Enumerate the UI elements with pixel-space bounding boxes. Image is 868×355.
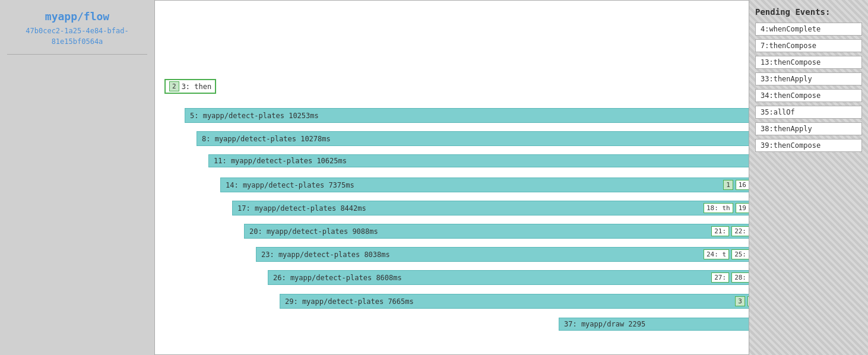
node-16-badge: 16 (736, 180, 749, 190)
node-11-label: 11: myapp/detect-plates 10625ms (214, 157, 749, 165)
node-8-label: 8: myapp/detect-plates 10278ms (202, 135, 749, 143)
node-37[interactable]: 37: myapp/draw 2295 (559, 318, 749, 331)
pending-event-3[interactable]: 33:thenApply (755, 72, 862, 85)
node-23[interactable]: 23: myapp/detect-plates 8038ms 24: t 25: (256, 247, 749, 262)
right-panel: Pending Events: 4:whenComplete 7:thenCom… (749, 0, 868, 355)
node-37-label: 37: myapp/draw 2295 (564, 320, 749, 328)
node-20[interactable]: 20: myapp/detect-plates 9088ms 21: 22: (244, 224, 749, 239)
node-1-badge: 1 (723, 180, 733, 190)
node-24-badge: 24: t (704, 249, 729, 259)
pending-events-title: Pending Events: (755, 7, 862, 17)
node-29[interactable]: 29: myapp/detect-plates 7665ms 3 31 (280, 294, 749, 309)
pending-event-4[interactable]: 34:thenCompose (755, 89, 862, 102)
node-3-then[interactable]: 2 3: then (164, 79, 216, 94)
pending-event-7[interactable]: 39:thenCompose (755, 139, 862, 152)
node-21-badge: 21: (711, 226, 729, 236)
node-11[interactable]: 11: myapp/detect-plates 10625ms (208, 154, 749, 167)
app-name: myapp/flow (7, 9, 147, 23)
node-29-label: 29: myapp/detect-plates 7665ms (285, 297, 733, 306)
node-26-label: 26: myapp/detect-plates 8608ms (273, 274, 709, 282)
node-19-badge: 19 (736, 203, 749, 213)
node-17[interactable]: 17: myapp/detect-plates 8442ms 18: th 19 (232, 201, 749, 215)
node-27-badge: 27: (711, 272, 729, 283)
node-25-badge: 25: (731, 249, 749, 259)
node-31-badge: 31 (747, 296, 749, 306)
node-22-badge: 22: (731, 226, 749, 236)
node-26[interactable]: 26: myapp/detect-plates 8608ms 27: 28: (268, 270, 749, 285)
node-3-badge: 3 (735, 296, 745, 306)
node-18-badge: 18: th (704, 203, 733, 213)
node-17-label: 17: myapp/detect-plates 8442ms (237, 204, 701, 213)
node-5[interactable]: 5: myapp/detect-plates 10253ms 6: the (185, 108, 749, 123)
flow-area: 2 3: then 5: myapp/detect-plates 10253ms… (155, 1, 749, 354)
node-2-badge: 2 (169, 81, 179, 91)
pending-event-2[interactable]: 13:thenCompose (755, 56, 862, 69)
node-8[interactable]: 8: myapp/detect-plates 10278ms 9: t (197, 131, 749, 146)
pending-event-1[interactable]: 7:thenCompose (755, 39, 862, 52)
uuid: 47b0cec2-1a25-4e84-bfad- 81e15bf0564a (7, 26, 147, 47)
pending-event-0[interactable]: 4:whenComplete (755, 23, 862, 36)
main-canvas: 2 3: then 5: myapp/detect-plates 10253ms… (154, 0, 749, 355)
node-20-label: 20: myapp/detect-plates 9088ms (249, 227, 709, 236)
node-14-label: 14: myapp/detect-plates 7375ms (226, 181, 721, 189)
pending-event-6[interactable]: 38:thenApply (755, 122, 862, 135)
sidebar-divider (7, 54, 147, 55)
node-14[interactable]: 14: myapp/detect-plates 7375ms 1 16 (220, 178, 749, 192)
node-28-badge: 28: (731, 272, 749, 283)
sidebar: myapp/flow 47b0cec2-1a25-4e84-bfad- 81e1… (0, 0, 154, 355)
node-3-label: 3: then (182, 83, 212, 91)
node-5-label: 5: myapp/detect-plates 10253ms (190, 112, 749, 120)
node-23-label: 23: myapp/detect-plates 8038ms (261, 251, 701, 259)
pending-event-5[interactable]: 35:allOf (755, 106, 862, 119)
